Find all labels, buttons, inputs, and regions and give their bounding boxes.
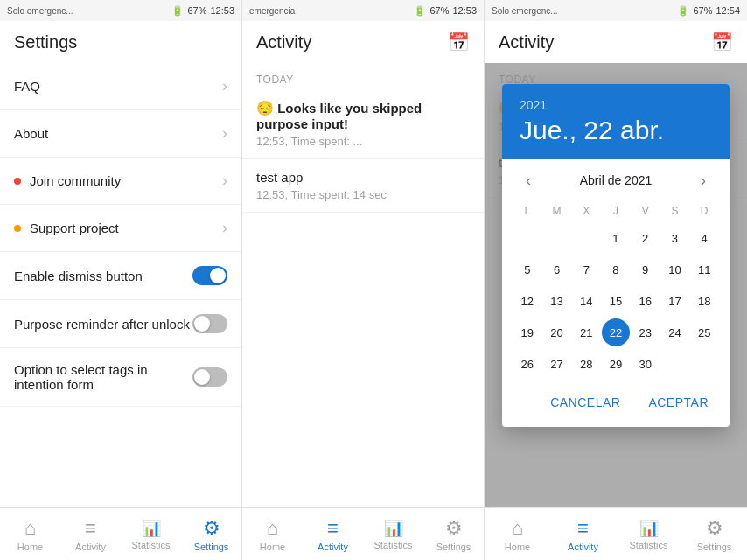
nav-settings[interactable]: ⚙ Settings <box>181 512 241 557</box>
settings-icon: ⚙ <box>445 517 463 540</box>
arrow-icon: › <box>222 77 227 95</box>
calendar-day-5[interactable]: 5 <box>513 256 541 284</box>
settings-item-support-project[interactable]: Support project › <box>0 205 241 252</box>
calendar-day-12[interactable]: 12 <box>513 287 541 315</box>
calendar-day-18[interactable]: 18 <box>690 287 718 315</box>
calendar-day-empty <box>690 350 718 378</box>
calendar-day-1[interactable]: 1 <box>602 224 630 252</box>
calendar-day-empty <box>572 224 600 252</box>
calendar-day-2[interactable]: 2 <box>632 224 660 252</box>
nav-statistics[interactable]: 📊 Statistics <box>616 514 681 556</box>
calendar-day-4[interactable]: 4 <box>690 224 718 252</box>
bottom-nav-activity: ⌂ Home ≡ Activity 📊 Statistics ⚙ Setting… <box>242 508 484 560</box>
calendar-day-6[interactable]: 6 <box>543 256 571 284</box>
calendar-day-21[interactable]: 21 <box>572 318 600 346</box>
calendar-day-8[interactable]: 8 <box>602 256 630 284</box>
settings-item-enable-dismiss[interactable]: Enable dismiss button <box>0 252 241 300</box>
settings-item-about[interactable]: About › <box>0 110 241 158</box>
bottom-nav-calendar: ⌂ Home ≡ Activity 📊 Statistics ⚙ Setting… <box>485 508 747 560</box>
nav-statistics[interactable]: 📊 Statistics <box>363 514 423 556</box>
settings-item-faq[interactable]: FAQ › <box>0 63 241 110</box>
calendar-day-23[interactable]: 23 <box>632 318 660 346</box>
calendar-day-19[interactable]: 19 <box>513 318 541 346</box>
status-info: 🔋 67% 12:53 <box>414 5 477 17</box>
calendar-day-13[interactable]: 13 <box>543 287 571 315</box>
purpose-reminder-toggle[interactable] <box>192 314 227 333</box>
activity-item-title: 😔 Looks like you skipped purpose input! <box>256 100 470 131</box>
settings-icon: ⚙ <box>706 517 723 540</box>
toggle-container[interactable] <box>192 314 227 333</box>
settings-header: Settings <box>0 21 241 63</box>
calendar-day-3[interactable]: 3 <box>660 224 688 252</box>
next-month-button[interactable]: › <box>691 168 716 192</box>
arrow-icon: › <box>222 172 227 190</box>
battery-icon: 🔋 <box>414 5 426 17</box>
calendar-icon[interactable]: 📅 <box>711 32 733 52</box>
days-header: L M X J V S D <box>513 201 719 220</box>
calendar-day-16[interactable]: 16 <box>632 287 660 315</box>
nav-activity[interactable]: ≡ Activity <box>60 512 121 557</box>
calendar-day-20[interactable]: 20 <box>543 318 571 346</box>
home-icon: ⌂ <box>267 517 278 540</box>
bottom-nav-settings: ⌂ Home ≡ Activity 📊 Statistics ⚙ Setting… <box>0 508 241 560</box>
toggle-container[interactable] <box>192 266 227 285</box>
nav-statistics[interactable]: 📊 Statistics <box>121 514 181 556</box>
calendar-day-25[interactable]: 25 <box>690 318 718 346</box>
nav-activity[interactable]: ≡ Activity <box>303 512 363 557</box>
tags-form-toggle[interactable] <box>192 368 227 387</box>
arrow-icon: › <box>222 124 227 143</box>
cancel-button[interactable]: CANCELAR <box>543 392 627 413</box>
toggle-container[interactable] <box>192 368 227 387</box>
calendar-icon[interactable]: 📅 <box>448 32 470 52</box>
calendar-day-7[interactable]: 7 <box>572 256 600 284</box>
statistics-icon: 📊 <box>142 519 161 538</box>
prev-month-button[interactable]: ‹ <box>516 168 541 192</box>
emoji-icon: 😔 <box>256 101 274 116</box>
nav-settings[interactable]: ⚙ Settings <box>423 512 484 557</box>
calendar-day-27[interactable]: 27 <box>543 350 571 378</box>
calendar-day-24[interactable]: 24 <box>660 318 688 346</box>
enable-dismiss-toggle[interactable] <box>192 266 227 285</box>
activity-item-skipped[interactable]: 😔 Looks like you skipped purpose input! … <box>242 89 484 159</box>
day-header-l: L <box>513 201 542 220</box>
home-icon: ⌂ <box>24 517 36 540</box>
calendar-day-22[interactable]: 22 <box>602 318 630 346</box>
calendar-day-28[interactable]: 28 <box>572 350 600 378</box>
calendar-day-29[interactable]: 29 <box>602 350 630 378</box>
calendar-day-17[interactable]: 17 <box>660 287 688 315</box>
dot-icon <box>14 225 21 232</box>
activity-title: Activity <box>256 32 311 52</box>
activity-icon: ≡ <box>327 517 339 540</box>
day-header-m: M <box>542 201 572 220</box>
settings-item-join-community[interactable]: Join community › <box>0 158 241 205</box>
calendar-grid: L M X J V S D 12345678910111213141516171… <box>502 201 730 385</box>
calendar-day-9[interactable]: 9 <box>632 256 660 284</box>
month-label: Abril de 2021 <box>580 173 653 187</box>
nav-home[interactable]: ⌂ Home <box>242 512 303 557</box>
calendar-day-empty <box>543 224 571 252</box>
settings-item-tags-form[interactable]: Option to select tags in intention form <box>0 348 241 407</box>
settings-item-purpose-reminder[interactable]: Purpose reminder after unlock <box>0 300 241 348</box>
battery-icon: 🔋 <box>171 5 184 17</box>
calendar-blue-header: 2021 Jue., 22 abr. <box>502 84 730 159</box>
dot-icon <box>14 178 21 185</box>
activity-item-test-app[interactable]: test app 12:53, Time spent: 14 sec <box>242 159 484 213</box>
nav-settings[interactable]: ⚙ Settings <box>681 512 747 557</box>
status-bar-activity: emergencia 🔋 67% 12:53 <box>242 0 484 21</box>
day-header-s: S <box>660 201 690 220</box>
activity-header: Activity 📅 <box>242 21 484 63</box>
settings-title: Settings <box>14 32 77 52</box>
calendar-day-11[interactable]: 11 <box>690 256 718 284</box>
nav-activity[interactable]: ≡ Activity <box>550 512 616 557</box>
calendar-day-10[interactable]: 10 <box>660 256 688 284</box>
nav-home[interactable]: ⌂ Home <box>0 512 60 557</box>
calendar-day-14[interactable]: 14 <box>572 287 600 315</box>
day-header-d: D <box>689 201 719 220</box>
nav-home[interactable]: ⌂ Home <box>485 512 550 557</box>
accept-button[interactable]: ACEPTAR <box>641 392 716 413</box>
section-today: TODAY <box>242 63 484 89</box>
activity-panel: emergencia 🔋 67% 12:53 Activity 📅 TODAY … <box>242 0 485 560</box>
calendar-day-30[interactable]: 30 <box>632 350 660 378</box>
calendar-day-26[interactable]: 26 <box>513 350 541 378</box>
calendar-day-15[interactable]: 15 <box>602 287 630 315</box>
